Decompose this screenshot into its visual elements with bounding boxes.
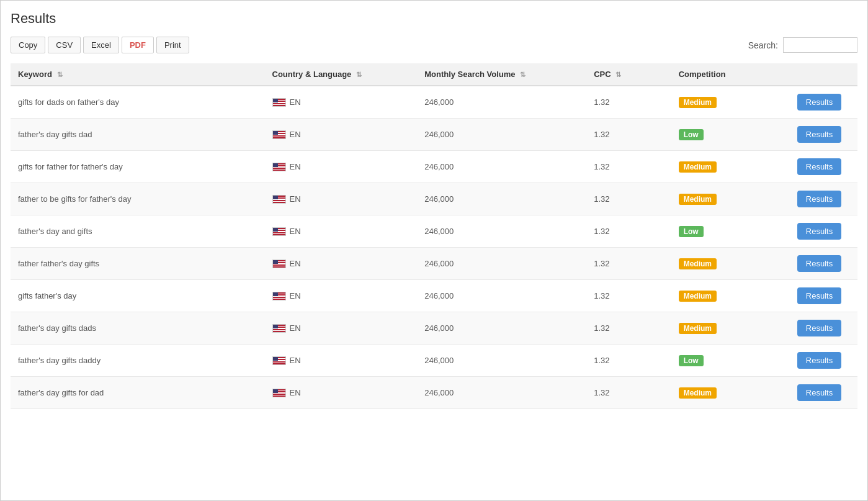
country-label: EN	[290, 259, 301, 268]
excel-button[interactable]: Excel	[83, 37, 119, 53]
volume-cell: 246,000	[417, 86, 586, 119]
competition-badge: Low	[679, 355, 704, 366]
keyword-cell: gifts for dads on father's day	[11, 86, 265, 119]
country-label: EN	[290, 97, 301, 107]
print-button[interactable]: Print	[156, 37, 189, 53]
competition-cell: Medium	[671, 183, 790, 215]
country-cell: EN	[265, 151, 418, 183]
results-button[interactable]: Results	[797, 126, 841, 143]
results-table: Keyword ⇅ Country & Language ⇅ Monthly S…	[11, 63, 857, 409]
volume-cell: 246,000	[417, 345, 586, 377]
us-flag-icon	[272, 389, 286, 397]
country-cell: EN	[265, 345, 418, 377]
results-button[interactable]: Results	[797, 384, 841, 401]
results-button[interactable]: Results	[797, 94, 841, 111]
search-label: Search:	[748, 40, 778, 50]
cpc-cell: 1.32	[586, 151, 671, 183]
cpc-cell: 1.32	[586, 377, 671, 409]
table-row: father's day gifts for dadEN246,0001.32M…	[11, 377, 857, 409]
pdf-button[interactable]: PDF	[122, 37, 154, 53]
volume-cell: 246,000	[417, 151, 586, 183]
col-keyword[interactable]: Keyword ⇅	[11, 63, 265, 86]
action-cell: Results	[790, 119, 857, 151]
results-button[interactable]: Results	[797, 320, 841, 336]
keyword-cell: father's day and gifts	[11, 215, 265, 248]
results-button[interactable]: Results	[797, 158, 841, 175]
sort-volume-icon: ⇅	[520, 71, 526, 79]
keyword-cell: gifts for father for father's day	[11, 151, 265, 183]
table-header-row: Keyword ⇅ Country & Language ⇅ Monthly S…	[11, 63, 857, 86]
table-row: gifts for father for father's dayEN246,0…	[11, 151, 857, 183]
volume-cell: 246,000	[417, 248, 586, 280]
main-container: Results Copy CSV Excel PDF Print Search:…	[0, 0, 868, 501]
cpc-cell: 1.32	[586, 183, 671, 215]
competition-badge: Medium	[679, 387, 717, 399]
sort-country-icon: ⇅	[356, 71, 362, 79]
keyword-cell: father's day gifts dad	[11, 119, 265, 151]
action-cell: Results	[790, 345, 857, 377]
action-cell: Results	[790, 280, 857, 312]
col-volume[interactable]: Monthly Search Volume ⇅	[417, 63, 586, 86]
table-row: father's day gifts dadsEN246,0001.32Medi…	[11, 312, 857, 345]
keyword-cell: gifts father's day	[11, 280, 265, 312]
sort-keyword-icon: ⇅	[57, 71, 63, 79]
cpc-cell: 1.32	[586, 86, 671, 119]
keyword-cell: father to be gifts for father's day	[11, 183, 265, 215]
volume-cell: 246,000	[417, 280, 586, 312]
results-button[interactable]: Results	[797, 191, 841, 207]
volume-cell: 246,000	[417, 377, 586, 409]
country-label: EN	[290, 356, 301, 365]
country-label: EN	[290, 291, 301, 300]
action-cell: Results	[790, 248, 857, 280]
col-action	[790, 63, 857, 86]
action-cell: Results	[790, 151, 857, 183]
col-competition[interactable]: Competition	[671, 63, 790, 86]
competition-cell: Medium	[671, 248, 790, 280]
country-label: EN	[290, 388, 301, 397]
col-cpc[interactable]: CPC ⇅	[586, 63, 671, 86]
results-button[interactable]: Results	[797, 352, 841, 369]
search-area: Search:	[748, 37, 857, 53]
keyword-cell: father father's day gifts	[11, 248, 265, 280]
table-row: father's day gifts daddyEN246,0001.32Low…	[11, 345, 857, 377]
table-row: father's day gifts dadEN246,0001.32LowRe…	[11, 119, 857, 151]
table-row: father's day and giftsEN246,0001.32LowRe…	[11, 215, 857, 248]
results-button[interactable]: Results	[797, 287, 841, 304]
cpc-cell: 1.32	[586, 215, 671, 248]
country-cell: EN	[265, 377, 418, 409]
country-cell: EN	[265, 215, 418, 248]
us-flag-icon	[272, 260, 286, 268]
country-cell: EN	[265, 280, 418, 312]
keyword-cell: father's day gifts dads	[11, 312, 265, 345]
copy-button[interactable]: Copy	[11, 37, 45, 53]
table-row: gifts for dads on father's dayEN246,0001…	[11, 86, 857, 119]
competition-cell: Low	[671, 215, 790, 248]
country-cell: EN	[265, 248, 418, 280]
volume-cell: 246,000	[417, 215, 586, 248]
competition-cell: Medium	[671, 86, 790, 119]
competition-badge: Medium	[679, 258, 717, 269]
results-button[interactable]: Results	[797, 223, 841, 240]
cpc-cell: 1.32	[586, 312, 671, 345]
country-label: EN	[290, 323, 301, 333]
us-flag-icon	[272, 195, 286, 204]
competition-cell: Medium	[671, 377, 790, 409]
toolbar: Copy CSV Excel PDF Print Search:	[11, 37, 857, 53]
us-flag-icon	[272, 130, 286, 139]
keyword-cell: father's day gifts daddy	[11, 345, 265, 377]
country-label: EN	[290, 227, 301, 236]
results-button[interactable]: Results	[797, 255, 841, 272]
search-input[interactable]	[783, 37, 857, 53]
export-buttons: Copy CSV Excel PDF Print	[11, 37, 189, 53]
table-row: gifts father's dayEN246,0001.32MediumRes…	[11, 280, 857, 312]
country-cell: EN	[265, 86, 418, 119]
volume-cell: 246,000	[417, 183, 586, 215]
csv-button[interactable]: CSV	[48, 37, 81, 53]
us-flag-icon	[272, 324, 286, 333]
action-cell: Results	[790, 215, 857, 248]
competition-cell: Low	[671, 345, 790, 377]
page-title: Results	[11, 11, 857, 27]
col-country[interactable]: Country & Language ⇅	[265, 63, 418, 86]
table-row: father father's day giftsEN246,0001.32Me…	[11, 248, 857, 280]
us-flag-icon	[272, 163, 286, 171]
